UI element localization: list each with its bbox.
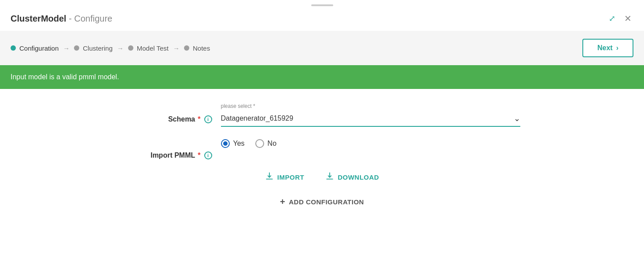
action-row: IMPORT DOWNLOAD [265,172,379,183]
window-title: ClusterModel - Configure [11,14,112,24]
schema-select[interactable]: Datagenerator_615929 ⌄ [221,111,520,127]
radio-no-circle [255,139,264,148]
step-nav: Configuration → Clustering → Model Test … [0,31,644,65]
import-pmml-required-star: * [198,151,200,159]
step-label-modeltest[interactable]: Model Test [137,44,169,52]
expand-icon: ⤢ [609,14,615,23]
import-pmml-control: Yes No [221,139,520,148]
import-pmml-row: Import PMML * i Yes No [124,139,520,159]
radio-no-option[interactable]: No [255,139,276,148]
schema-selected-value: Datagenerator_615929 [221,114,294,122]
schema-label-container: Schema * i [124,103,221,123]
step-dot-notes [184,45,189,51]
next-button[interactable]: Next › [582,39,633,57]
import-icon [265,172,274,183]
import-pmml-info-icon[interactable]: i [204,151,212,159]
close-button[interactable]: ✕ [622,11,633,26]
schema-hint: please select * [221,103,520,109]
step-label-configuration[interactable]: Configuration [19,44,59,52]
title-sub: - Configure [69,14,112,23]
step-label-clustering[interactable]: Clustering [83,44,113,52]
status-banner: Input model is a valid pmml model. [0,65,644,89]
radio-no-label: No [268,140,276,148]
step-dot-modeltest [128,45,133,51]
step-dot-clustering [74,45,79,51]
next-label: Next [597,44,613,52]
import-label: IMPORT [277,173,304,181]
main-content: Schema * i please select * Datagenerator… [0,89,644,216]
add-config-row: + ADD CONFIGURATION [280,197,364,207]
next-arrow-icon: › [616,44,618,52]
schema-info-icon[interactable]: i [204,115,212,123]
step-label-notes[interactable]: Notes [193,44,210,52]
chevron-down-icon: ⌄ [514,114,520,123]
add-config-label: ADD CONFIGURATION [289,198,364,206]
step-arrow-3: → [173,44,180,52]
title-main: ClusterModel [11,14,66,23]
add-configuration-button[interactable]: + ADD CONFIGURATION [280,197,364,207]
steps-list: Configuration → Clustering → Model Test … [11,44,210,52]
download-icon [325,172,334,183]
step-arrow-2: → [117,44,124,52]
schema-label-text: Schema [168,115,195,123]
expand-button[interactable]: ⤢ [607,12,617,25]
radio-yes-label: Yes [233,140,245,148]
download-button[interactable]: DOWNLOAD [325,172,379,183]
plus-icon: + [280,197,285,207]
radio-yes-circle [221,139,230,148]
status-message: Input model is a valid pmml model. [11,73,119,81]
radio-yes-option[interactable]: Yes [221,139,245,148]
download-label: DOWNLOAD [338,173,379,181]
step-arrow-1: → [63,44,70,52]
header-actions: ⤢ ✕ [607,11,633,26]
import-button[interactable]: IMPORT [265,172,304,183]
schema-control: please select * Datagenerator_615929 ⌄ [221,103,520,127]
header: ClusterModel - Configure ⤢ ✕ [0,6,644,31]
schema-required-star: * [198,115,200,123]
import-pmml-label-container: Import PMML * i [124,139,221,159]
import-pmml-label-text: Import PMML [151,151,195,159]
radio-group: Yes No [221,139,520,148]
schema-row: Schema * i please select * Datagenerator… [124,103,520,127]
close-icon: ✕ [624,13,632,24]
step-dot-configuration [11,45,16,51]
